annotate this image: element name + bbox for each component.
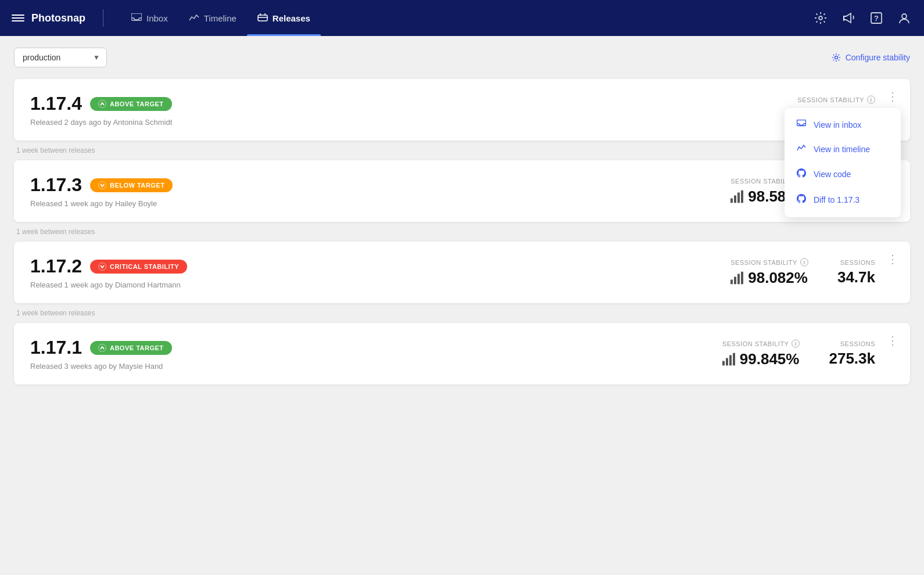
release-card-body-1173: 1.17.3 BELOW TARGET Released 1 week ago … [14,160,910,222]
dropdown-diff[interactable]: Diff to 1.17.3 [785,187,901,213]
stability-value-1172: 98.082% [730,269,808,287]
svg-point-21 [98,263,106,270]
configure-stability-button[interactable]: Configure stability [832,53,910,62]
stability-bar-icon-1172 [730,271,743,284]
stability-info-icon-1171[interactable]: i [792,340,800,348]
dropdown-view-timeline[interactable]: View in timeline [785,137,901,161]
user-icon[interactable] [896,10,912,26]
svg-rect-25 [741,271,743,284]
badge-label-1173: BELOW TARGET [110,182,164,189]
between-releases-2: 1 week between releases [14,222,910,242]
sessions-block-1172: SESSIONS 34.7k [837,259,875,286]
badge-arrow-icon [98,263,106,271]
inbox-icon [131,13,142,23]
hamburger-menu-icon[interactable] [12,15,24,21]
toolbar: production staging development ▼ Configu… [14,48,910,67]
brand: Photosnap [12,12,85,24]
dropdown-github-icon-1 [796,168,807,180]
svg-rect-22 [730,279,733,284]
release-card-body-1172: ⋮ 1.17.2 CRITICAL STABILITY Released 1 w… [14,242,910,303]
dropdown-menu-1174: View in inbox View in timeline [785,108,901,217]
svg-rect-18 [734,195,736,203]
nav-items: Inbox Timeline Releases [121,0,795,36]
between-releases-1: 1 week between releases [14,141,910,160]
release-meta-1174: Released 2 days ago by Antonina Schmidt [30,118,894,127]
release-version-1171: 1.17.1 [30,337,82,358]
stability-info-icon-1172[interactable]: i [800,258,808,267]
badge-arrow-icon [98,100,106,108]
env-selector[interactable]: production staging development ▼ [14,48,107,67]
nav-item-inbox[interactable]: Inbox [121,0,178,36]
stability-info-icon-1174[interactable]: i [867,96,875,104]
sessions-value-1171: 275.3k [829,350,875,368]
badge-arrow-icon [98,344,106,352]
svg-rect-28 [726,358,728,365]
card-menu-button-1172[interactable]: ⋮ [884,251,901,267]
nav-item-releases[interactable]: Releases [247,0,321,36]
card-menu-button-1174[interactable]: ⋮ [884,88,901,105]
dropdown-view-inbox-label: View in inbox [814,120,861,130]
nav-timeline-label: Timeline [204,13,237,23]
svg-rect-0 [131,13,142,20]
dropdown-view-inbox[interactable]: View in inbox [785,113,901,137]
help-icon[interactable]: ? [868,10,884,26]
stability-label-1172: SESSION STABILITY i [730,258,808,267]
settings-icon[interactable] [812,10,829,26]
release-version-1173: 1.17.3 [30,174,82,196]
configure-gear-icon [832,53,841,62]
megaphone-icon[interactable] [840,10,857,26]
stability-bar-icon-1171 [722,353,735,365]
svg-rect-20 [741,190,743,203]
release-version-1174: 1.17.4 [30,93,82,114]
card-menu-button-1171[interactable]: ⋮ [884,332,901,348]
release-card-1172: ⋮ 1.17.2 CRITICAL STABILITY Released 1 w… [14,242,910,303]
svg-point-10 [98,100,106,107]
nav-divider [103,9,103,27]
sessions-label-1171: SESSIONS [829,340,875,347]
sessions-label-1172: SESSIONS [837,259,875,266]
release-card-1174: ⋮ 1.17.4 ABOVE TARGET Released 2 days ag… [14,79,910,141]
between-releases-3: 1 week between releases [14,303,910,323]
stability-bar-icon-1173 [730,190,743,203]
nav-item-timeline[interactable]: Timeline [178,0,247,36]
svg-rect-27 [722,361,725,365]
svg-rect-29 [729,355,732,365]
badge-arrow-icon [98,181,106,189]
nav-inbox-label: Inbox [146,13,168,23]
timeline-icon [189,13,199,23]
page-content: production staging development ▼ Configu… [0,36,924,396]
svg-rect-24 [737,274,740,284]
env-select-input[interactable]: production staging development [14,48,107,67]
release-card-1171: ⋮ 1.17.1 ABOVE TARGET Released 3 weeks a… [14,323,910,384]
svg-point-8 [902,14,907,19]
stability-percent-1171: 99.845% [740,350,800,368]
stability-block-1172: SESSION STABILITY i 98.082% [730,258,808,287]
above-target-badge-1174: ABOVE TARGET [90,97,172,111]
below-target-badge-1173: BELOW TARGET [90,178,173,192]
badge-label-1171: ABOVE TARGET [110,344,164,351]
release-version-1172: 1.17.2 [30,256,82,277]
navbar: Photosnap Inbox Timeline Releases [0,0,924,36]
svg-rect-1 [258,15,267,21]
release-card-body-1174: ⋮ 1.17.4 ABOVE TARGET Released 2 days ag… [14,79,910,141]
critical-stability-badge-1172: CRITICAL STABILITY [90,260,187,274]
release-card-1173: 1.17.3 BELOW TARGET Released 1 week ago … [14,160,910,222]
brand-name: Photosnap [31,12,85,24]
badge-label-1172: CRITICAL STABILITY [110,263,179,270]
dropdown-view-code[interactable]: View code [785,161,901,187]
stability-label-1171: SESSION STABILITY i [722,340,800,348]
svg-point-16 [98,181,106,189]
release-header-1174: 1.17.4 ABOVE TARGET [30,93,894,114]
nav-right: ? [812,10,912,26]
dropdown-diff-label: Diff to 1.17.3 [814,195,859,204]
dropdown-github-icon-2 [796,194,807,206]
dropdown-view-code-label: View code [814,170,851,179]
dropdown-inbox-icon [796,120,807,130]
stability-block-1171: SESSION STABILITY i 99.845% [722,340,800,368]
releases-icon [257,13,268,23]
stability-value-1171: 99.845% [722,350,800,368]
release-right-1171: SESSION STABILITY i 99.845% S [722,340,875,368]
stability-label-1174: SESSION STABILITY i [797,96,875,104]
svg-point-9 [835,56,837,59]
above-target-badge-1171: ABOVE TARGET [90,341,172,355]
